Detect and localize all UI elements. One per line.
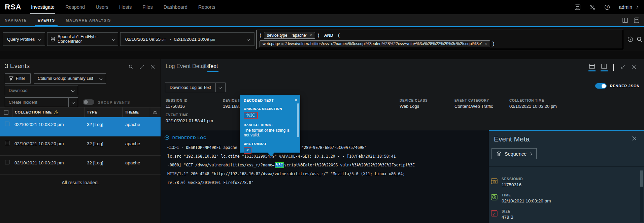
- field-event-time: EVENT TIME 02/10/2021 01:58:41 pm: [166, 113, 213, 123]
- popup-close-icon[interactable]: ×: [295, 97, 297, 103]
- subnav-tabs: NAVIGATE EVENTS MALWARE ANALYSIS: [5, 14, 111, 26]
- query-bar: Query Profiles SpoonLab1-EndHyb - Concen…: [0, 28, 644, 51]
- nav-item-files[interactable]: Files: [142, 0, 154, 14]
- tab-navigate[interactable]: NAVIGATE: [5, 14, 27, 26]
- main-nav: Investigate Respond Users Hosts Files Da…: [30, 0, 216, 14]
- nav-item-hosts[interactable]: Hosts: [118, 0, 132, 14]
- divider: [613, 64, 614, 71]
- events-table-header: COLLECTION TIME TYPE THEME: [0, 107, 161, 117]
- tab-text[interactable]: Text: [208, 63, 218, 69]
- cell-collection-time: 02/10/2021 10:03:20 pm: [14, 122, 64, 127]
- event-row[interactable]: 02/10/2021 10:03:20 pm 32 [Log] apache: [0, 156, 161, 175]
- cell-theme: apache: [125, 160, 140, 165]
- log-highlight-selection[interactable]: %3C: [275, 162, 284, 168]
- preferences-icon[interactable]: [575, 4, 580, 10]
- field-value: 11750316: [166, 104, 188, 109]
- event-row[interactable]: 02/10/2021 10:03:20 pm 32 [Log] apache: [0, 136, 161, 156]
- create-incident-label: Create Incident: [5, 100, 68, 105]
- cell-type: 32 [Log]: [87, 122, 103, 127]
- close-event-meta-icon[interactable]: [632, 136, 637, 141]
- tab-events[interactable]: EVENTS: [38, 14, 55, 26]
- scrollbar-thumb[interactable]: [640, 170, 643, 187]
- query-pill-web-page[interactable]: web.page = '/dvwa/vulnerabilities/xss_r/…: [260, 40, 490, 47]
- url-format-label: URL FORMAT: [244, 142, 296, 146]
- time-range-selector[interactable]: 02/10/2021 09:55 pm - 02/10/2021 10:09 p…: [120, 32, 255, 46]
- row-checkbox[interactable]: [5, 122, 9, 126]
- cell-type: 32 [Log]: [87, 160, 103, 165]
- group-events-toggle[interactable]: [83, 99, 94, 105]
- pill-remove-icon[interactable]: ×: [310, 33, 312, 37]
- row-checkbox[interactable]: [5, 160, 9, 164]
- rendered-log-radio-icon: [164, 135, 169, 140]
- split-vertical-icon[interactable]: [601, 64, 607, 71]
- funnel-icon: [9, 76, 13, 81]
- meta-value: 02/10/2021 10:03:20 pm: [502, 198, 551, 203]
- create-incident-chevron[interactable]: [68, 98, 78, 107]
- field-event-category: EVENT CATEGORY Content.Web Traffic: [454, 99, 493, 109]
- query-row-1: ( device.type = 'apache' × ) AND (: [260, 31, 620, 39]
- download-log-label: Download Log as Text: [165, 83, 215, 92]
- row-checkbox[interactable]: [5, 141, 9, 145]
- field-label: SESSION ID: [166, 99, 188, 102]
- service-selector-dropdown[interactable]: SpoonLab1-EndHyb - Concentrator: [47, 32, 118, 46]
- render-json-toggle[interactable]: [595, 83, 607, 89]
- download-log-chevron[interactable]: [215, 83, 225, 92]
- expand-panel-icon[interactable]: [139, 64, 144, 69]
- time-icon: [491, 194, 498, 200]
- rendered-log-header[interactable]: RENDERED LOG: [164, 135, 207, 140]
- query-profiles-dropdown[interactable]: Query Profiles: [3, 32, 45, 46]
- column-label: THEME: [125, 110, 139, 114]
- sessionid-icon: [491, 178, 498, 184]
- field-value: 02/10/2021 01:58:41 pm: [166, 118, 213, 123]
- original-selection-value: %3C: [244, 112, 258, 119]
- view-settings-icon[interactable]: [634, 18, 639, 23]
- tab-log-event-details[interactable]: Log Event Details: [166, 63, 209, 69]
- chevron-down-icon: [71, 89, 75, 92]
- tools-icon[interactable]: [589, 4, 595, 10]
- collapse-panel-icon[interactable]: [620, 65, 625, 70]
- nav-item-users[interactable]: Users: [95, 0, 109, 14]
- pill-remove-icon[interactable]: ×: [485, 42, 487, 46]
- filter-button[interactable]: Filter: [5, 73, 31, 84]
- column-label: TYPE: [87, 110, 97, 114]
- sequence-button[interactable]: Sequence: [492, 148, 537, 159]
- column-settings-gear-icon[interactable]: [152, 110, 158, 115]
- meta-scrollbar[interactable]: [640, 170, 643, 222]
- download-log-button[interactable]: Download Log as Text: [165, 83, 226, 92]
- column-header-collection-time[interactable]: COLLECTION TIME: [12, 107, 84, 117]
- service-name: SpoonLab1-EndHyb - Concentrator: [58, 34, 110, 44]
- user-menu[interactable]: admin: [619, 4, 638, 10]
- size-icon: [491, 210, 498, 217]
- panel-columns-icon[interactable]: [622, 18, 628, 23]
- query-pill-device-type[interactable]: device.type = 'apache' ×: [264, 32, 315, 39]
- popup-scrollbar[interactable]: [297, 103, 299, 137]
- split-horizontal-icon[interactable]: [589, 64, 595, 71]
- close-details-icon[interactable]: [632, 65, 637, 70]
- svg-text:?: ?: [606, 5, 608, 9]
- column-group-dropdown[interactable]: Column Group: Summary List: [34, 73, 106, 84]
- tab-malware-analysis[interactable]: MALWARE ANALYSIS: [66, 14, 111, 26]
- open-paren: (: [260, 32, 262, 39]
- nav-item-reports[interactable]: Reports: [198, 0, 216, 14]
- search-events-icon[interactable]: [129, 64, 134, 69]
- create-incident-dropdown[interactable]: Create Incident: [5, 97, 78, 107]
- download-dropdown[interactable]: Download: [5, 86, 78, 95]
- help-icon[interactable]: ?: [604, 4, 610, 10]
- query-builder[interactable]: ( device.type = 'apache' × ) AND ( web.p…: [257, 30, 623, 49]
- nav-item-investigate[interactable]: Investigate: [30, 0, 55, 14]
- field-session-id: SESSION ID 11750316: [166, 99, 188, 109]
- detail-panel-actions: [589, 64, 637, 71]
- nav-item-respond[interactable]: Respond: [65, 0, 86, 14]
- user-name: admin: [619, 4, 633, 10]
- field-value: Content.Web Traffic: [454, 104, 493, 109]
- event-row-selected[interactable]: 02/10/2021 10:03:20 pm 32 [Log] apache: [0, 117, 161, 136]
- column-header-type[interactable]: TYPE: [84, 107, 122, 117]
- top-nav-bar: RSA Investigate Respond Users Hosts File…: [0, 0, 644, 14]
- close-panel-icon[interactable]: [150, 64, 155, 69]
- toggle-knob: [602, 84, 606, 88]
- column-header-theme[interactable]: THEME: [122, 107, 150, 117]
- nav-item-dashboard[interactable]: Dashboard: [163, 0, 188, 14]
- query-info-icon[interactable]: [628, 36, 633, 42]
- select-all-checkbox[interactable]: [4, 110, 8, 115]
- search-query-button[interactable]: [637, 36, 643, 42]
